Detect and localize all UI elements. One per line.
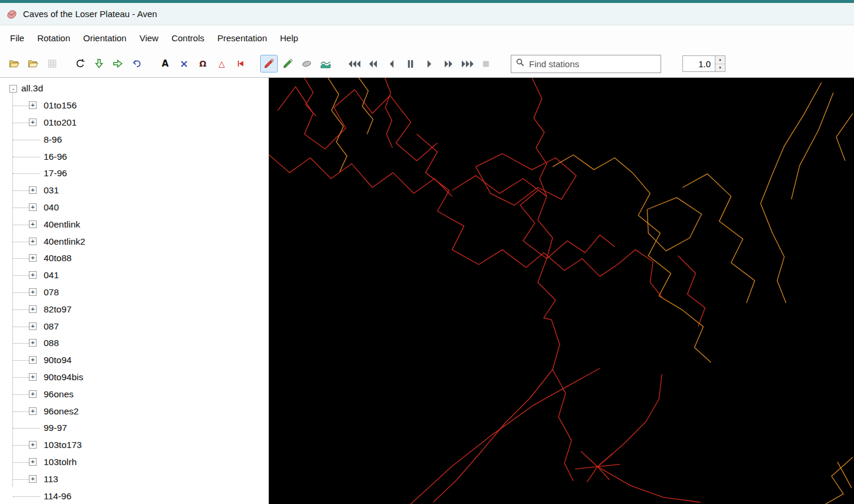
expand-toggle[interactable]: + [29,101,37,109]
fast-forward-button[interactable] [439,55,457,73]
expand-toggle[interactable]: + [29,356,37,364]
title-bar: Caves of the Loser Plateau - Aven [0,3,854,25]
menu-controls[interactable]: Controls [165,29,211,47]
fastest-forward-button[interactable] [458,55,476,73]
tree-item-103tolrh[interactable]: +103tolrh [0,454,268,471]
expand-toggle[interactable]: + [29,254,37,262]
expand-toggle[interactable]: + [29,186,37,194]
survey-leg [587,467,609,482]
fast-rewind-button[interactable] [345,55,363,73]
expand-toggle[interactable]: + [29,339,37,347]
expand-toggle[interactable]: + [29,373,37,381]
survey-view[interactable] [269,78,854,504]
tree-item-16-96[interactable]: 16-96 [0,148,268,165]
expand-toggle[interactable]: + [29,407,37,415]
window-title: Caves of the Loser Plateau - Aven [23,9,157,19]
tree-item-088[interactable]: +088 [0,335,268,352]
expand-toggle[interactable]: + [29,288,37,296]
menu-help[interactable]: Help [274,29,305,47]
tree-item-96ones2[interactable]: +96ones2 [0,403,268,420]
expand-toggle[interactable]: + [29,458,37,466]
tree-branch-line [13,207,29,208]
elevation-view-button[interactable] [109,55,127,73]
menu-presentation[interactable]: Presentation [211,29,274,47]
scale-spin-buttons: ▲ ▼ [715,55,725,72]
tree-item-114-96[interactable]: 114-96 [0,487,268,504]
tree-branch-line [13,394,29,395]
survey-leg [836,113,853,160]
crosses-button[interactable]: × [175,55,193,73]
step-forward-icon [426,60,432,68]
scale-decrease-button[interactable]: ▼ [715,64,725,72]
tree-item-17-96[interactable]: 17-96 [0,165,268,182]
tree-branch-line [13,462,29,463]
entrances-button[interactable]: Ω [194,55,212,73]
survey-leg [520,190,547,259]
surface-legs-button[interactable] [279,55,297,73]
tree-item-90to94bis[interactable]: +90to94bis [0,369,268,386]
collapse-toggle[interactable]: - [9,85,17,93]
tree-item-label: 16-96 [44,151,67,162]
tree-branch-line [13,123,29,123]
survey-tree-panel[interactable]: -all.3d+01to156+01to2018-9616-9617-96+03… [0,78,269,504]
tree-branch-line [13,140,40,140]
menu-rotation[interactable]: Rotation [31,29,77,47]
menu-view[interactable]: View [133,29,165,47]
tree-item-40entlink[interactable]: +40entlink [0,216,268,233]
step-forward-button[interactable] [421,55,438,73]
expand-toggle[interactable]: + [29,441,37,449]
pause-button[interactable] [402,55,419,73]
find-stations-input[interactable] [529,59,656,69]
tree-item-99-97[interactable]: 99-97 [0,420,268,437]
scale-increase-button[interactable]: ▲ [715,56,725,64]
expand-toggle[interactable]: + [29,475,37,483]
tree-item-031[interactable]: +031 [0,182,268,199]
tree-item-040[interactable]: +040 [0,199,268,216]
scale-input[interactable] [682,55,715,72]
expand-toggle[interactable]: + [29,305,37,313]
survey-leg [385,78,392,148]
expand-toggle[interactable]: + [29,203,37,211]
tree-item-all.3d[interactable]: -all.3d [0,80,268,97]
menu-orientation[interactable]: Orientation [77,29,133,47]
tree-item-01to156[interactable]: +01to156 [0,97,268,114]
pause-icon [407,60,414,68]
tree-branch-line [13,173,40,174]
exported-points-button[interactable] [232,55,249,73]
terrain-button[interactable] [317,55,334,73]
crosses-icon: × [179,58,188,69]
tree-item-40entlink2[interactable]: +40entlink2 [0,233,268,250]
step-back-button[interactable] [383,55,400,73]
open-file-button[interactable] [5,55,23,73]
entrances-icon: Ω [199,60,206,68]
underground-legs-button[interactable] [260,55,278,73]
expand-toggle[interactable]: + [29,220,37,228]
tree-item-078[interactable]: +078 [0,284,268,301]
tree-item-041[interactable]: +041 [0,267,268,284]
tree-item-label: 8-96 [44,134,62,145]
tree-item-103to173[interactable]: +103to173 [0,437,268,454]
open-terrain-button[interactable] [24,55,42,73]
expand-toggle[interactable]: + [29,238,37,245]
expand-toggle[interactable]: + [29,322,37,330]
tree-item-113[interactable]: +113 [0,470,268,487]
station-names-button[interactable]: A [156,55,174,73]
plan-view-button[interactable] [90,55,108,73]
expand-toggle[interactable]: + [29,390,37,398]
tree-item-90to94[interactable]: +90to94 [0,352,268,369]
expand-toggle[interactable]: + [29,118,37,126]
rewind-button[interactable] [364,55,382,73]
tree-item-8-96[interactable]: 8-96 [0,131,268,148]
fixed-points-button[interactable]: △ [213,55,231,73]
tree-item-82to97[interactable]: +82to97 [0,301,268,318]
toggle-rotation-button[interactable] [71,55,89,73]
tree-item-96ones[interactable]: +96ones [0,386,268,403]
tree-item-01to201[interactable]: +01to201 [0,114,268,131]
restore-default-view-button[interactable] [128,55,146,73]
tubes-button[interactable] [298,55,316,73]
tree-item-40to88[interactable]: +40to88 [0,250,268,267]
tree-item-087[interactable]: +087 [0,318,268,335]
expand-toggle[interactable]: + [29,271,37,279]
tree-item-label: 90to94bis [44,372,83,383]
menu-file[interactable]: File [4,29,31,47]
